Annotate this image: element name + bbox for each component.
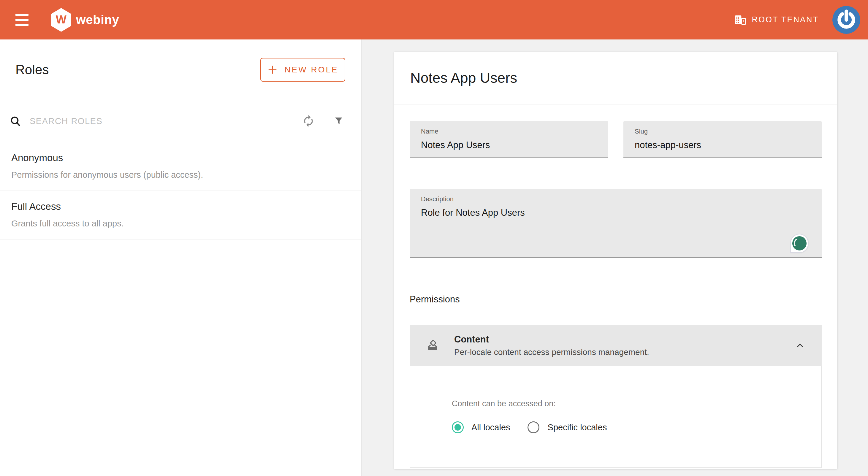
plus-icon [267,64,278,75]
name-field[interactable]: Name Notes App Users [410,121,608,158]
chat-widget-button[interactable] [790,234,809,253]
filter-icon [333,116,344,126]
content-section-subtitle: Per-locale content access permissions ma… [454,348,649,357]
role-list-item-anonymous[interactable]: Anonymous Permissions for anonymous user… [0,142,361,191]
tenant-selector[interactable]: ROOT TENANT [735,14,819,26]
collapse-section-button[interactable] [795,340,805,350]
all-locales-radio[interactable] [452,421,464,433]
brand-initial: W [56,13,66,26]
tenant-label: ROOT TENANT [752,15,819,24]
brand-name: webiny [76,13,119,27]
content-section-icon [426,339,439,352]
top-bar: W webiny ROOT TENANT [0,0,868,39]
permissions-heading: Permissions [410,294,822,305]
role-detail-area: Notes App Users Name Notes App Users Slu… [362,39,868,476]
role-description: Permissions for anonymous users (public … [11,170,349,180]
user-avatar[interactable] [832,6,860,34]
content-section-title: Content [454,334,649,345]
description-field-label: Description [421,195,810,203]
menu-icon[interactable] [16,14,29,26]
new-role-label: NEW ROLE [284,65,338,74]
content-accordion-header[interactable]: Content Per-locale content access permis… [410,325,822,366]
description-field-value: Role for Notes App Users [421,208,810,218]
refresh-button[interactable] [302,115,315,128]
role-description: Grants full access to all apps. [11,219,349,228]
slug-field-label: Slug [635,128,810,135]
new-role-button[interactable]: NEW ROLE [260,58,345,82]
specific-locales-radio[interactable] [528,421,539,433]
name-field-label: Name [421,128,597,135]
description-field[interactable]: Description Role for Notes App Users [410,189,822,258]
specific-locales-label[interactable]: Specific locales [548,422,607,433]
webiny-hexagon-icon: W [51,8,71,32]
page-title: Roles [16,62,49,77]
webiny-logo[interactable]: W webiny [51,8,119,32]
access-label: Content can be accessed on: [452,399,821,408]
slug-field[interactable]: Slug notes-app-users [623,121,822,158]
role-list-item-full-access[interactable]: Full Access Grants full access to all ap… [0,191,361,240]
chevron-up-icon [795,340,805,350]
role-name: Full Access [11,201,349,212]
name-field-value: Notes App Users [421,140,597,151]
building-icon [735,14,746,26]
chat-widget-spinner-icon [792,236,807,250]
role-detail-card: Notes App Users Name Notes App Users Slu… [394,52,837,469]
roles-list-panel: Roles NEW ROLE Anonymous Permissions f [0,39,362,476]
role-detail-title: Notes App Users [410,70,517,86]
role-name: Anonymous [11,152,349,163]
search-roles-input[interactable] [30,116,302,126]
content-accordion-body: Content can be accessed on: All locales … [410,366,822,468]
all-locales-label[interactable]: All locales [471,422,510,433]
search-icon [9,115,21,127]
filter-button[interactable] [333,116,344,126]
slug-field-value: notes-app-users [635,140,810,151]
refresh-icon [302,115,315,128]
